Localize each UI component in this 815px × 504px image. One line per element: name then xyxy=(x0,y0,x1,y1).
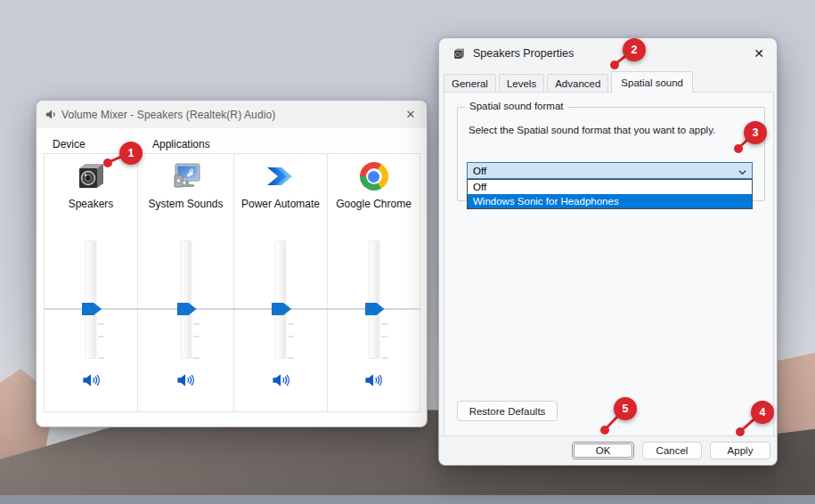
wallpaper-bottom-band xyxy=(0,495,815,504)
tabstrip: General Levels Advanced Spatial sound xyxy=(444,71,693,93)
slider-tick xyxy=(288,357,294,359)
window-title: Speakers Properties xyxy=(473,47,574,60)
channel-power-automate: Power Automate xyxy=(233,154,327,411)
properties-titlebar: Speakers Properties ✕ xyxy=(439,38,777,69)
slider-tick xyxy=(288,336,294,337)
slider-tick xyxy=(193,357,200,359)
channel-label: System Sounds xyxy=(138,198,233,210)
volume-mixer-titlebar: Volume Mixer - Speakers (Realtek(R) Audi… xyxy=(37,101,427,128)
annotation-dot xyxy=(736,427,745,436)
annotation-badge-2: 2 xyxy=(623,38,646,61)
channel-label: Power Automate xyxy=(234,198,327,210)
tab-general[interactable]: General xyxy=(444,74,496,92)
speaker-box-icon xyxy=(452,47,466,61)
slider-tick xyxy=(381,323,387,325)
annotation-badge-3: 3 xyxy=(744,121,767,144)
slider-tick xyxy=(98,336,104,337)
ok-button[interactable]: OK xyxy=(572,442,634,459)
volume-slider-track[interactable] xyxy=(86,240,97,359)
restore-defaults-button[interactable]: Restore Defaults xyxy=(457,401,558,421)
channel-label: Speakers xyxy=(45,198,137,210)
mute-button[interactable] xyxy=(175,370,196,390)
tab-spatial-sound[interactable]: Spatial sound xyxy=(611,71,693,93)
system-sounds-icon xyxy=(169,161,203,191)
volume-slider-track[interactable] xyxy=(275,240,287,359)
chevron-down-icon xyxy=(738,168,746,175)
annotation-dot xyxy=(103,159,112,167)
mixer-panel: Speakers xyxy=(44,153,420,412)
slider-tick xyxy=(98,323,104,325)
channel-label: Google Chrome xyxy=(328,198,420,210)
applications-section-label: Applications xyxy=(152,138,210,150)
slider-tick xyxy=(98,357,104,359)
close-icon[interactable]: ✕ xyxy=(399,103,422,126)
window-title: Volume Mixer - Speakers (Realtek(R) Audi… xyxy=(61,109,275,121)
apply-button[interactable]: Apply xyxy=(710,442,770,459)
annotation-dot xyxy=(600,426,609,435)
volume-slider-thumb[interactable] xyxy=(272,303,291,315)
speaker-icon xyxy=(45,108,58,121)
annotation-badge-1: 1 xyxy=(119,142,143,165)
device-section-label: Device xyxy=(53,138,86,150)
dropdown-option-windows-sonic[interactable]: Windows Sonic for Headphones xyxy=(468,194,752,208)
mute-button[interactable] xyxy=(271,370,291,390)
cancel-button[interactable]: Cancel xyxy=(642,442,702,459)
channel-system-sounds: System Sounds xyxy=(137,154,233,411)
slider-tick xyxy=(193,336,200,337)
volume-mixer-window: Volume Mixer - Speakers (Realtek(R) Audi… xyxy=(36,100,428,427)
groupbox-legend: Spatial sound format xyxy=(465,101,567,111)
google-chrome-icon xyxy=(360,162,388,191)
volume-slider-track[interactable] xyxy=(368,240,379,359)
combobox-value: Off xyxy=(473,166,486,176)
slider-tick xyxy=(288,323,294,325)
mute-button[interactable] xyxy=(81,370,102,390)
spatial-format-dropdown-list: Off Windows Sonic for Headphones xyxy=(467,179,753,209)
dropdown-option-off[interactable]: Off xyxy=(468,180,752,194)
slider-tick xyxy=(193,323,200,325)
spatial-format-combobox[interactable]: Off xyxy=(467,162,753,179)
annotation-badge-4: 4 xyxy=(751,401,774,424)
speakers-device-icon xyxy=(74,161,108,191)
desktop: Volume Mixer - Speakers (Realtek(R) Audi… xyxy=(0,0,815,504)
power-automate-icon xyxy=(264,161,297,191)
chrome-hub-blue xyxy=(368,171,379,183)
speakers-properties-window: Speakers Properties ✕ General Levels Adv… xyxy=(438,37,778,466)
volume-slider-thumb[interactable] xyxy=(177,303,197,315)
volume-slider-thumb[interactable] xyxy=(82,303,102,315)
slider-tick xyxy=(381,336,387,337)
volume-slider-thumb[interactable] xyxy=(365,303,385,315)
annotation-dot xyxy=(734,144,743,153)
tab-advanced[interactable]: Advanced xyxy=(547,74,608,92)
spatial-sound-tab-page: Spatial sound format Select the Spatial … xyxy=(444,92,774,436)
spatial-format-description: Select the Spatial sound format that you… xyxy=(469,125,715,135)
tab-levels[interactable]: Levels xyxy=(499,74,544,92)
mute-button[interactable] xyxy=(363,370,384,390)
channel-google-chrome: Google Chrome xyxy=(327,154,420,411)
slider-tick xyxy=(381,357,387,359)
channel-speakers: Speakers xyxy=(45,154,137,411)
close-icon[interactable]: ✕ xyxy=(746,42,771,65)
volume-slider-track[interactable] xyxy=(180,240,192,359)
annotation-badge-5: 5 xyxy=(614,397,637,420)
annotation-dot xyxy=(610,61,619,69)
dialog-footer: OK Cancel Apply xyxy=(439,435,777,465)
